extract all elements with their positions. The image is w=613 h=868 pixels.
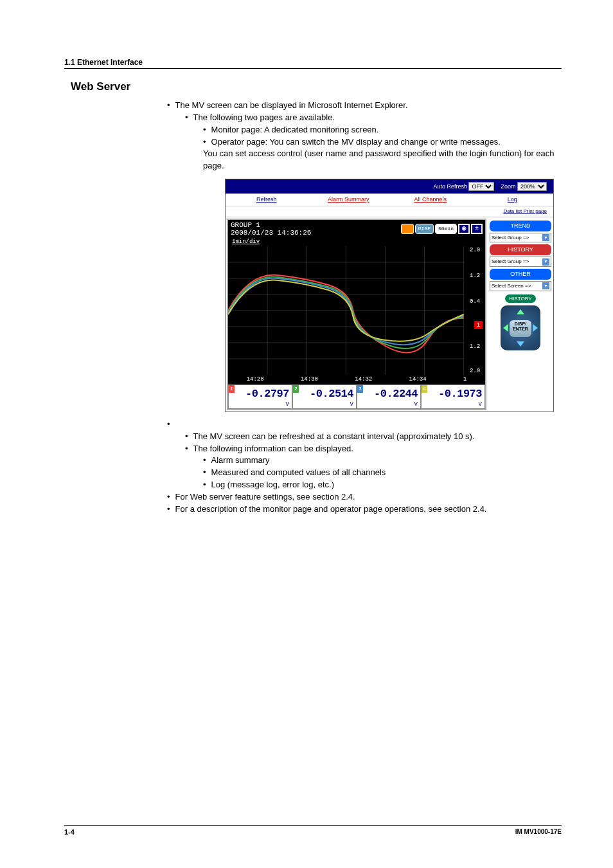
digital-cell: 4 -0.1973 V	[421, 384, 485, 409]
digital-cell: 1 -0.2797 V	[228, 384, 292, 409]
text: The MV screen can be displayed in Micros…	[175, 100, 408, 110]
body-text-top: The MV screen can be displayed in Micros…	[167, 100, 562, 172]
rate-button[interactable]: 50min	[435, 224, 457, 234]
y-scale: 2.0 1.2 0.4 1.2 2.0	[466, 246, 484, 375]
page-number: 1-4	[64, 828, 75, 836]
nav-channels[interactable]: All Channels	[414, 196, 447, 203]
dropdown-icon: ▼	[542, 282, 549, 289]
select-group-1[interactable]: Select Group =>▼	[490, 233, 551, 243]
scale-marker: 1	[474, 321, 483, 329]
digital-cell: 3 -0.2244 V	[357, 384, 421, 409]
text: Log (message log, error log, etc.)	[211, 480, 334, 489]
select-group-2[interactable]: Select Group =>▼	[490, 257, 551, 267]
body-text-bottom: The MV screen can be refreshed at a cons…	[167, 419, 562, 516]
screenshot-container: Auto Refresh OFF Zoom 200% Refresh Alarm…	[167, 179, 562, 412]
text: Measured and computed values of all chan…	[211, 467, 386, 477]
select-screen[interactable]: Select Screen =>▼	[490, 281, 551, 291]
history-pill[interactable]: HISTORY	[505, 294, 535, 303]
digital-row: 1 -0.2797 V 2 -0.2514 V 3 -0.2244 V	[228, 384, 485, 409]
group-header: GROUP 1 2008/01/23 14:36:26 DISP 50min ◉…	[228, 220, 485, 238]
doc-id: IM MV1000-17E	[515, 828, 562, 836]
auto-refresh-label: Auto Refresh	[433, 183, 467, 190]
zoom-label: Zoom	[501, 183, 515, 190]
text: The following two pages are available.	[193, 113, 335, 122]
nav-alarm[interactable]: Alarm Summary	[328, 196, 369, 203]
arrow-up-icon[interactable]	[517, 309, 524, 314]
page-title: Web Server	[71, 80, 562, 93]
nav-row: Refresh Alarm Summary All Channels Log	[226, 194, 553, 206]
trend-button[interactable]: TREND	[490, 221, 551, 231]
text: The MV screen can be refreshed at a cons…	[193, 431, 475, 441]
page-footer: 1-4 IM MV1000-17E	[64, 825, 562, 836]
text: Operator page: You can switch the MV dis…	[211, 137, 501, 147]
zoom-select[interactable]: 200%	[517, 182, 547, 191]
nav-refresh[interactable]: Refresh	[256, 196, 277, 203]
math-icon[interactable]: ±	[471, 224, 483, 234]
text: Alarm summary	[211, 455, 270, 465]
text: For Web server feature settings, see sec…	[175, 492, 355, 502]
text: The following information can be display…	[193, 444, 353, 453]
camera-icon[interactable]: ◉	[458, 224, 470, 234]
auto-refresh-select[interactable]: OFF	[468, 182, 494, 191]
top-bar: Auto Refresh OFF Zoom 200%	[226, 179, 553, 194]
text: For a description of the monitor page an…	[175, 504, 487, 514]
nav-log[interactable]: Log	[508, 196, 517, 203]
trend-box: GROUP 1 2008/01/23 14:36:26 DISP 50min ◉…	[227, 219, 486, 410]
arrow-down-icon[interactable]	[517, 341, 524, 347]
group-timestamp: 2008/01/23 14:36:26	[231, 229, 311, 237]
arrow-left-icon[interactable]	[503, 324, 508, 332]
disp-enter-button[interactable]: DISP/ENTER	[510, 320, 531, 337]
group-title: GROUP 1	[231, 221, 260, 229]
side-panel: TREND Select Group =>▼ HISTORY Select Gr…	[488, 217, 553, 411]
section-header: 1.1 Ethernet Interface	[64, 58, 562, 69]
other-button[interactable]: OTHER	[490, 269, 551, 280]
trend-icon[interactable]	[401, 224, 414, 234]
history-button[interactable]: HISTORY	[490, 244, 551, 255]
nav-print[interactable]: Data list Print page	[226, 206, 553, 217]
digital-cell: 2 -0.2514 V	[292, 384, 357, 409]
text: Monitor page: A dedicated monitoring scr…	[211, 125, 379, 134]
min-div-label: 1min/div	[228, 238, 485, 246]
disp-button[interactable]: DISP	[415, 224, 434, 234]
dropdown-icon: ▼	[542, 234, 549, 241]
chart-area: 2.0 1.2 0.4 1.2 2.0 1	[228, 246, 485, 375]
web-screenshot: Auto Refresh OFF Zoom 200% Refresh Alarm…	[225, 179, 554, 412]
arrow-right-icon[interactable]	[533, 324, 538, 332]
d-pad[interactable]: DISP/ENTER	[501, 305, 540, 350]
time-axis: 14:28 14:30 14:32 14:34 1	[228, 375, 485, 384]
text: You can set access control (user name an…	[185, 148, 562, 172]
dropdown-icon: ▼	[542, 258, 549, 266]
